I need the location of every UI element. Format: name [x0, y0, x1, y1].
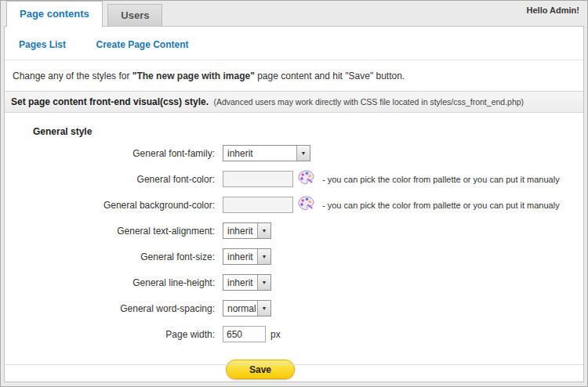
font-color-label: General font-color: [5, 174, 223, 185]
font-color-hint: - you can pick the color from pallette o… [322, 175, 560, 184]
row-font-color: General font-color: - you can pick the c… [5, 166, 583, 192]
section-header: Set page content front-end visual(css) s… [5, 91, 583, 113]
text-alignment-label: General text-alignment: [5, 226, 223, 237]
link-create-page-content[interactable]: Create Page Content [96, 39, 188, 50]
line-height-label: General line-height: [5, 277, 223, 288]
save-button[interactable]: Save [226, 360, 295, 379]
greeting-text: Hello Admin! [527, 5, 579, 15]
chevron-down-icon: ▼ [296, 146, 310, 161]
text-alignment-select-value: inherit [223, 223, 257, 238]
font-family-select-value: inherit [223, 146, 296, 161]
row-font-size: General font-size: inherit ▼ [5, 244, 583, 269]
chevron-down-icon: ▼ [257, 275, 270, 290]
color-picker-icon[interactable] [298, 170, 314, 188]
page-width-input[interactable] [223, 326, 266, 342]
text-alignment-select[interactable]: inherit ▼ [223, 222, 271, 239]
chevron-down-icon: ▼ [257, 223, 270, 238]
row-font-family: General font-family: inherit ▼ [5, 140, 583, 166]
row-text-alignment: General text-alignment: inherit ▼ [5, 218, 583, 244]
page-width-unit: px [270, 329, 281, 340]
word-spacing-label: General word-spacing: [5, 303, 223, 314]
group-title: General style [33, 126, 583, 137]
line-height-select[interactable]: inherit ▼ [223, 274, 271, 291]
intro-page-name: "The new page with image" [132, 71, 255, 81]
row-word-spacing: General word-spacing: normal ▼ [5, 295, 583, 321]
main-content: Pages List Create Page Content Change an… [4, 26, 584, 382]
font-size-select[interactable]: inherit ▼ [223, 248, 271, 265]
section-title: Set page content front-end visual(css) s… [11, 96, 209, 107]
background-color-input[interactable] [223, 197, 293, 213]
sub-navigation: Pages List Create Page Content [5, 27, 583, 60]
word-spacing-select[interactable]: normal ▼ [223, 300, 271, 316]
footer-divider [5, 364, 583, 365]
font-size-select-value: inherit [223, 249, 257, 264]
tab-page-contents[interactable]: Page contents [6, 1, 103, 27]
font-family-select[interactable]: inherit ▼ [223, 145, 310, 161]
admin-page: Page contents Users Hello Admin! Pages L… [0, 0, 588, 387]
row-page-width: Page width: px [5, 321, 583, 347]
intro-suffix: page content and hit "Save" button. [255, 71, 405, 81]
link-pages-list[interactable]: Pages List [19, 39, 66, 50]
font-family-label: General font-family: [5, 148, 223, 159]
row-line-height: General line-height: inherit ▼ [5, 269, 583, 295]
color-picker-icon[interactable] [298, 196, 314, 214]
word-spacing-select-value: normal [223, 301, 257, 316]
background-color-hint: - you can pick the color from pallette o… [322, 201, 560, 210]
section-note: (Advanced users may work directly with C… [213, 97, 524, 107]
top-tab-bar: Page contents Users [1, 1, 587, 26]
intro-prefix: Change any of the styles for [13, 71, 132, 81]
chevron-down-icon: ▼ [257, 301, 270, 316]
background-color-label: General background-color: [5, 200, 223, 211]
font-color-input[interactable] [223, 171, 293, 187]
line-height-select-value: inherit [223, 275, 257, 290]
font-size-label: General font-size: [5, 251, 223, 262]
row-background-color: General background-color: - you can pick… [5, 192, 583, 218]
tab-users[interactable]: Users [107, 4, 162, 27]
page-width-label: Page width: [5, 329, 223, 340]
intro-text: Change any of the styles for "The new pa… [5, 60, 583, 91]
chevron-down-icon: ▼ [257, 249, 270, 264]
